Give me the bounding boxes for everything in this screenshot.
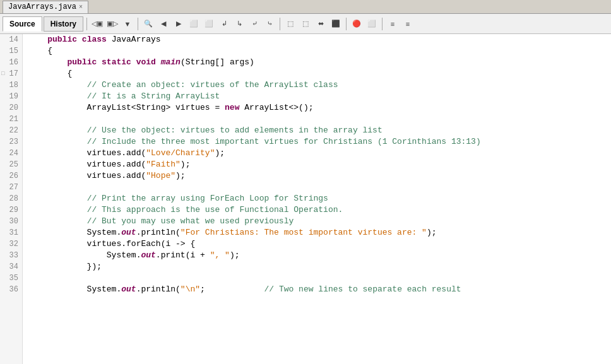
close-icon[interactable]: × [79, 4, 83, 11]
toolbar-btn-8[interactable]: ⬜ [202, 17, 216, 31]
toolbar-btn-11[interactable]: ⤶ [247, 17, 261, 31]
line-number: 20 [0, 102, 22, 114]
code-line: virtues.add("Hope"); [28, 170, 611, 182]
code-token: ; [200, 285, 205, 294]
toolbar-separator-1 [86, 18, 87, 30]
code-token: ); [427, 228, 437, 237]
line-number: 27 [0, 182, 22, 193]
code-token: // Print the array using ForEach Loop fo… [87, 194, 328, 203]
code-line: { [28, 45, 611, 57]
code-token: "Love/Charity" [146, 148, 215, 158]
code-token: new [225, 103, 244, 112]
code-token: class [82, 35, 112, 44]
toolbar-btn-9[interactable]: ↲ [217, 17, 231, 31]
code-token: ); [181, 160, 191, 169]
toolbar-separator-5 [382, 18, 383, 30]
code-token [28, 80, 87, 90]
toolbar-btn-1[interactable]: ◁▣ [90, 17, 104, 31]
code-token: "\n" [181, 285, 200, 294]
line-number: 35 [0, 273, 22, 284]
line-number: □17 [0, 68, 22, 79]
toolbar-btn-6[interactable]: ▶ [172, 17, 186, 31]
code-token: out [141, 250, 155, 260]
code-line: // Create an object: virtues of the Arra… [28, 79, 611, 91]
code-token: // But you may use what we used previous… [87, 216, 294, 226]
line-number: 34 [0, 261, 22, 273]
code-token: public [67, 57, 102, 67]
code-token: .println( [136, 228, 181, 237]
code-token: // Include the three most important virt… [87, 137, 481, 146]
code-line: // Include the three most important virt… [28, 136, 611, 148]
code-token: virtues.add( [28, 160, 146, 169]
line-number: 25 [0, 159, 22, 170]
file-tab[interactable]: JavaArrays.java × [3, 1, 88, 13]
code-token: System. [28, 285, 121, 294]
code-token: ); [230, 250, 240, 260]
toolbar-btn-13[interactable]: ⬚ [283, 17, 297, 31]
code-line [28, 182, 611, 193]
code-line [28, 114, 611, 125]
code-token: out [121, 228, 136, 237]
line-number: 36 [0, 284, 22, 295]
toolbar-btn-20[interactable]: ≡ [401, 17, 415, 31]
code-token [28, 194, 87, 203]
code-token [28, 91, 87, 101]
code-token: System. [28, 250, 141, 260]
code-line: public class JavaArrays [28, 34, 611, 45]
history-tab[interactable]: History [44, 16, 83, 32]
code-line: virtues.add("Love/Charity"); [28, 148, 611, 159]
toolbar-btn-4[interactable]: 🔍 [141, 17, 155, 31]
title-bar: JavaArrays.java × [0, 0, 611, 14]
code-token: out [121, 285, 136, 294]
line-number: 23 [0, 136, 22, 148]
code-token: }); [28, 262, 102, 271]
line-numbers: 141516□171819202122232425262728293031323… [0, 34, 23, 364]
editor: 141516□171819202122232425262728293031323… [0, 34, 611, 364]
code-line: virtues.add("Faith"); [28, 159, 611, 170]
toolbar-btn-3[interactable]: ▼ [121, 17, 134, 31]
code-token: JavaArrays [112, 35, 161, 44]
toolbar-btn-2[interactable]: ▣▷ [105, 17, 119, 31]
code-token [28, 205, 87, 214]
toolbar-btn-7[interactable]: ⬜ [187, 17, 201, 31]
toolbar-btn-15[interactable]: ⬌ [314, 17, 328, 31]
toolbar-btn-19[interactable]: ≡ [386, 17, 400, 31]
code-line: public static void main(String[] args) [28, 57, 611, 68]
code-token: // This approach is the use of Functiona… [87, 205, 343, 214]
line-number: 32 [0, 238, 22, 250]
code-token: // Use the object: virtues to add elemen… [87, 126, 383, 135]
toolbar-btn-12[interactable]: ⤷ [263, 17, 276, 31]
toolbar-separator-4 [346, 18, 347, 30]
toolbar-btn-17[interactable]: 🔴 [350, 17, 364, 31]
code-line: virtues.forEach(i -> { [28, 238, 611, 250]
toolbar-btn-5[interactable]: ◀ [157, 17, 170, 31]
line-number: 30 [0, 216, 22, 227]
code-token: { [28, 69, 72, 78]
code-token [28, 57, 67, 67]
toolbar-btn-16[interactable]: ⬛ [329, 17, 343, 31]
toolbar-separator-3 [280, 18, 280, 30]
code-area[interactable]: public class JavaArrays { public static … [23, 34, 611, 364]
code-token: System. [28, 228, 121, 237]
code-line: // This approach is the use of Functiona… [28, 204, 611, 216]
code-token: public [47, 35, 82, 44]
code-token: .println( [136, 285, 181, 294]
line-number: 14 [0, 34, 22, 45]
code-token [28, 137, 87, 146]
fold-icon[interactable]: □ [1, 68, 4, 79]
toolbar-btn-14[interactable]: ⬚ [299, 17, 312, 31]
code-line: // Print the array using ForEach Loop fo… [28, 193, 611, 204]
code-line: System.out.print(i + ", "); [28, 250, 611, 261]
file-tab-label: JavaArrays.java [8, 3, 76, 11]
toolbar-separator-2 [138, 18, 138, 30]
source-tab[interactable]: Source [3, 16, 42, 32]
code-token: main [161, 57, 181, 67]
code-token: // Create an object: virtues of the Arra… [87, 80, 338, 90]
code-token: ", " [210, 250, 230, 260]
toolbar-btn-10[interactable]: ↳ [232, 17, 246, 31]
code-line: // It is a String ArrayList [28, 91, 611, 102]
toolbar-btn-18[interactable]: ⬜ [365, 17, 379, 31]
code-token: (String[] args) [181, 57, 254, 67]
code-line: }); [28, 261, 611, 273]
code-line: ArrayList<String> virtues = new ArrayLis… [28, 102, 611, 114]
